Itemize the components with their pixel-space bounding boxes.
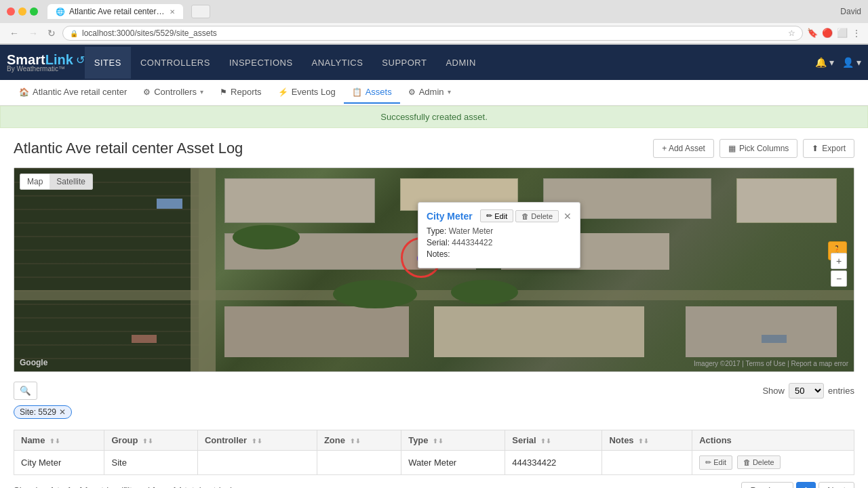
nav-sites[interactable]: SITES [85,47,131,79]
nav-support[interactable]: SUPPORT [372,47,436,79]
sec-nav-reports[interactable]: ⚑ Reports [212,81,270,104]
popup-title: City Meter [427,211,473,222]
sec-nav-reports-label: Reports [231,87,262,97]
sort-controller-icon: ⬆⬇ [252,438,262,445]
controllers-icon: ⚙ [143,87,151,97]
zoom-out-button[interactable]: − [831,270,847,287]
export-button[interactable]: ⬆ Export [803,139,854,158]
close-button[interactable] [7,7,15,16]
map-view-toggle: Map Satellite [20,174,93,190]
nav-analytics[interactable]: ANALYTICS [302,47,373,79]
back-button[interactable]: ← [7,26,22,40]
menu-icon[interactable]: ⋮ [852,28,861,39]
popup-close-button[interactable]: ✕ [564,211,572,222]
filter-tag-close[interactable]: ✕ [59,407,66,417]
sec-nav-events[interactable]: ⚡ Events Log [270,81,344,104]
forward-button[interactable]: → [26,26,41,40]
extension-icon3[interactable]: ⬜ [837,28,848,39]
previous-button[interactable]: Previous [741,482,793,488]
sec-nav-site-label: Atlantic Ave retail center [33,87,127,97]
col-notes[interactable]: Notes ⬆⬇ [602,430,692,451]
map-container: Map Satellite City Meter [14,167,854,372]
extension-icon1[interactable]: 🔖 [807,28,818,39]
nav-admin[interactable]: ADMIN [436,47,485,79]
tab-favicon: 🌐 [56,7,65,16]
header-actions: + Add Asset ▦ Pick Columns ⬆ Export [653,139,854,158]
nav-controllers[interactable]: CONTROLLERS [131,47,220,79]
admin-dropdown-icon: ▾ [448,88,451,96]
sec-nav-site[interactable]: 🏠 Atlantic Ave retail center [11,81,135,104]
cell-zone [317,451,401,475]
add-asset-button[interactable]: + Add Asset [653,139,714,158]
nav-inspections[interactable]: INSPECTIONS [220,47,302,79]
bookmark-icon: ☆ [788,28,795,38]
sort-serial-icon: ⬆⬇ [540,438,551,445]
col-zone[interactable]: Zone ⬆⬇ [317,430,401,451]
col-name[interactable]: Name ⬆⬇ [14,430,104,451]
sec-nav-admin-label: Admin [419,87,444,97]
browser-tab[interactable]: 🌐 Atlantic Ave retail center Asse... ✕ [47,4,183,19]
controllers-dropdown-icon: ▾ [200,88,203,96]
sort-group-icon: ⬆⬇ [142,438,153,445]
row-delete-button[interactable]: 🗑 Delete [737,455,781,469]
delete-row-icon: 🗑 [743,458,751,466]
popup-edit-button[interactable]: ✏ Edit [480,209,513,222]
tab-title: Atlantic Ave retail center Asse... [69,7,165,16]
col-type[interactable]: Type ⬆⬇ [401,430,505,451]
col-actions: Actions [692,430,854,451]
address-bar[interactable]: 🔒 localhost:3000/sites/5529/site_assets … [62,26,803,41]
cell-serial: 444334422 [505,451,602,475]
secondary-nav: 🏠 Atlantic Ave retail center ⚙ Controlle… [0,80,868,106]
nav-right: 🔔 ▾ 👤 ▾ [815,57,861,68]
pagination: Previous 1 Next [741,482,854,488]
cell-actions: ✏ Edit 🗑 Delete [692,451,854,475]
search-button[interactable]: 🔍 [14,382,37,400]
zoom-in-button[interactable]: + [831,253,847,269]
table-row: City Meter Site Water Meter 444334422 ✏ … [14,451,854,475]
notifications-button[interactable]: 🔔 ▾ [815,57,834,68]
page-header: Atlantic Ave retail center Asset Log + A… [14,139,854,158]
columns-icon: ▦ [728,144,736,153]
popup-type-value: Water Meter [449,226,494,236]
refresh-button[interactable]: ↻ [45,26,58,40]
browser-chrome: 🌐 Atlantic Ave retail center Asse... ✕ D… [0,0,868,45]
col-controller[interactable]: Controller ⬆⬇ [197,430,317,451]
popup-delete-button[interactable]: 🗑 Delete [515,210,559,222]
admin-icon: ⚙ [408,87,416,97]
col-group[interactable]: Group ⬆⬇ [104,430,197,451]
search-icon: 🔍 [20,386,31,396]
extension-icon2[interactable]: 🔴 [822,28,833,39]
pagination-row: Showing 1 to 1 of 1 entries (filtered fr… [14,482,854,488]
row-edit-button[interactable]: ✏ Edit [699,455,732,470]
map-credits-text: Imagery ©2017 | Terms of Use | Report a … [694,360,848,367]
app: SmartLink ↺ By Weathermatic™ SITES CONTR… [0,45,868,488]
sec-nav-admin[interactable]: ⚙ Admin ▾ [400,81,459,104]
new-tab-button[interactable] [191,5,210,18]
show-entries: Show 50 25 100 entries [762,383,854,399]
cell-controller [197,451,317,475]
sec-nav-controllers[interactable]: ⚙ Controllers ▾ [135,81,212,104]
edit-row-icon: ✏ [705,458,711,466]
entries-select[interactable]: 50 25 100 [789,383,824,399]
cell-type: Water Meter [401,451,505,475]
map-popup: City Meter ✏ Edit 🗑 Delete ✕ [418,202,580,268]
pick-columns-button[interactable]: ▦ Pick Columns [719,139,797,158]
col-serial[interactable]: Serial ⬆⬇ [505,430,602,451]
map-credits: Imagery ©2017 | Terms of Use | Report a … [694,360,848,367]
sec-nav-assets[interactable]: 📋 Assets [344,81,400,104]
popup-type-row: Type: Water Meter [427,226,572,236]
tab-close-icon[interactable]: ✕ [170,8,175,16]
satellite-view-button[interactable]: Satellite [50,174,92,189]
page-title: Atlantic Ave retail center Asset Log [14,140,243,157]
table-controls: 🔍 Show 50 25 100 entries [14,382,854,400]
cell-notes [602,451,692,475]
trash-icon: 🗑 [521,212,529,220]
map-view-button[interactable]: Map [20,174,50,189]
reports-icon: ⚑ [220,87,227,97]
page-content: Atlantic Ave retail center Asset Log + A… [0,128,868,488]
user-menu-button[interactable]: 👤 ▾ [842,57,861,68]
current-page: 1 [796,482,816,488]
minimize-button[interactable] [18,7,26,16]
maximize-button[interactable] [30,7,38,16]
next-button[interactable]: Next [818,482,854,488]
